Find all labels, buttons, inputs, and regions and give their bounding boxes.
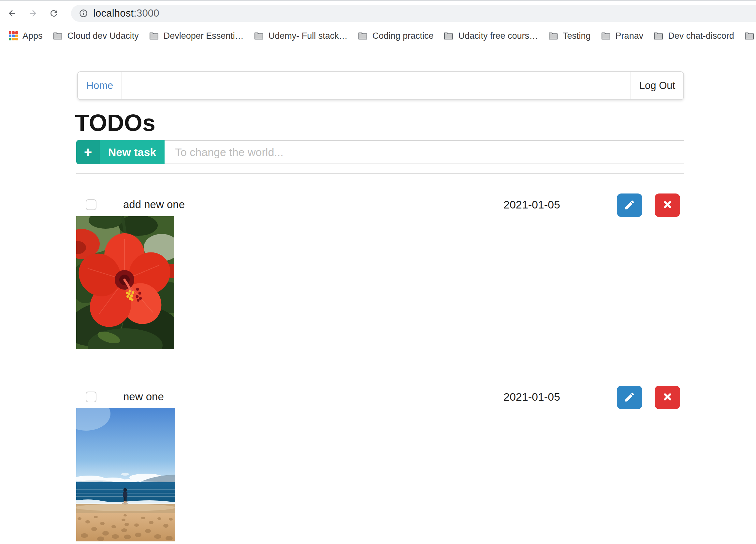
bookmark-folder-0[interactable]: Cloud dev Udacity [52,31,139,41]
new-task-input[interactable] [165,140,684,164]
bookmark-folder-1[interactable]: Devleoper Essenti… [149,31,244,41]
close-x-icon [662,200,673,211]
task-2-edit-button[interactable] [617,386,642,409]
folder-icon [601,31,611,41]
bookmark-folder-6[interactable]: Pranav [601,31,644,41]
task-row-2: new one 2021-01-05 [76,385,684,408]
pencil-icon [624,391,635,404]
divider [84,357,675,357]
url-port: :3000 [134,7,159,19]
bookmark-label: Udacity free cours… [458,31,538,41]
back-icon[interactable] [7,8,17,18]
divider [76,173,684,174]
apps-grid-icon [8,31,18,41]
folder-icon [653,31,664,41]
folder-icon [357,31,368,41]
bookmark-label: Devleoper Essenti… [164,31,244,41]
task-1-edit-button[interactable] [617,194,642,217]
info-icon[interactable] [79,9,88,18]
task-2-label: new one [123,390,164,403]
bookmark-apps[interactable]: Apps [8,31,43,41]
bookmark-label: Apps [22,31,43,41]
forward-icon[interactable] [28,8,38,18]
bookmark-label: Dev chat-discord [668,31,734,41]
bookmark-folder-3[interactable]: Coding practice [357,31,434,41]
nav-home-label: Home [86,80,113,92]
url-host: localhost [93,7,134,19]
task-row-1: add new one 2021-01-05 [76,193,684,216]
task-2-date: 2021-01-05 [503,385,560,408]
bookmark-label: Cloud dev Udacity [67,31,139,41]
task-2-image-beach [76,408,175,541]
url-text: localhost:3000 [93,7,159,19]
task-1-image-flower [76,216,174,349]
bookmark-folder-7[interactable]: Dev chat-discord [653,31,734,41]
task-2-checkbox[interactable] [86,391,96,402]
task-1-label: add new one [123,199,185,211]
folder-icon [443,31,454,41]
task-1-checkbox[interactable] [86,199,96,210]
page-content: Home Log Out TODOs + New task add new on… [0,71,756,541]
page-title: TODOs [75,111,756,135]
new-task-row: + New task [76,140,684,164]
new-task-button-label: New task [100,140,165,164]
nav-logout-link[interactable]: Log Out [631,72,683,99]
folder-icon [548,31,559,41]
top-navbar: Home Log Out [77,71,684,100]
bookmark-folder-5[interactable]: Testing [548,31,591,41]
bookmark-folder-4[interactable]: Udacity free cours… [443,31,538,41]
task-1-date: 2021-01-05 [503,193,560,216]
reload-icon[interactable] [49,8,59,18]
task-2-delete-button[interactable] [655,386,680,409]
bookmarks-bar: Apps Cloud dev Udacity Devleoper Essenti… [0,26,756,46]
plus-icon: + [76,140,100,164]
bookmark-label: Coding practice [372,31,434,41]
nav-logout-label: Log Out [639,80,675,92]
folder-icon [744,31,755,41]
bookmark-folder-2[interactable]: Udemy- Full stack… [254,31,348,41]
folder-icon [254,31,264,41]
pencil-icon [624,199,635,212]
browser-toolbar: localhost:3000 [0,0,756,26]
bookmark-folder-8[interactable]: My [744,31,756,41]
bookmark-label: Udemy- Full stack… [269,31,348,41]
folder-icon [149,31,159,41]
address-bar[interactable]: localhost:3000 [71,5,756,22]
folder-icon [52,31,63,41]
nav-home-link[interactable]: Home [78,72,122,99]
task-1-delete-button[interactable] [655,194,680,217]
bookmark-label: Testing [563,31,591,41]
new-task-button[interactable]: + New task [76,140,165,164]
navbar-spacer [122,72,631,99]
close-x-icon [662,392,673,403]
bookmark-label: Pranav [616,31,644,41]
